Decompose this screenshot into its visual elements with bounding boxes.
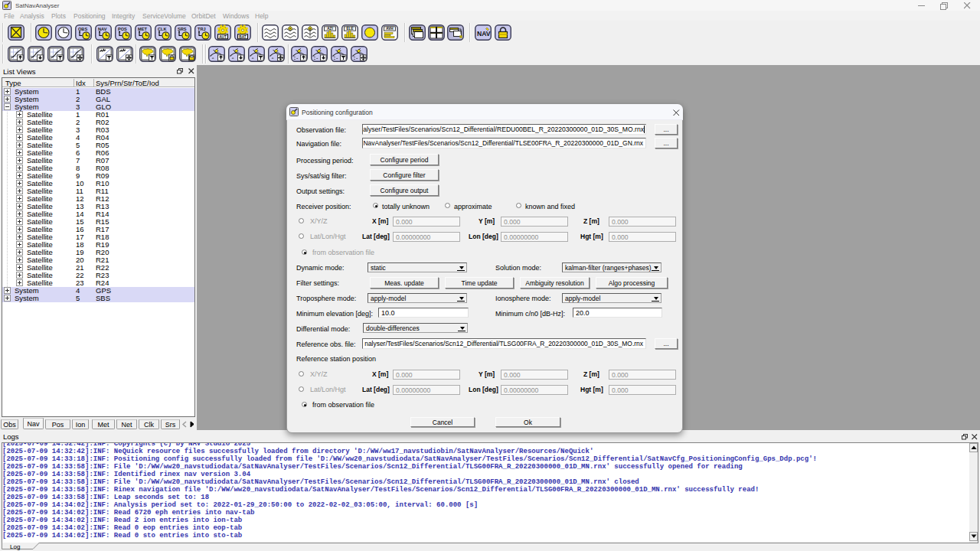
- svg-text:Log: Log: [10, 543, 20, 550]
- svg-text:NAV: NAV: [98, 27, 107, 31]
- svg-text:TRJ: TRJ: [198, 27, 206, 31]
- svg-text:ELE: ELE: [347, 27, 354, 31]
- svg-text:OBS: OBS: [78, 27, 87, 31]
- svg-text:BAT: BAT: [239, 35, 246, 39]
- svg-text:AVH: AVH: [386, 27, 394, 31]
- svg-text:AUT: AUT: [219, 35, 227, 39]
- svg-text:SRS: SRS: [178, 27, 187, 31]
- svg-text:AZI: AZI: [327, 27, 332, 31]
- svg-text:POS: POS: [118, 27, 127, 31]
- svg-text:NAV: NAV: [477, 30, 491, 37]
- svg-text:CLK: CLK: [158, 27, 167, 31]
- svg-text:MET: MET: [138, 27, 147, 31]
